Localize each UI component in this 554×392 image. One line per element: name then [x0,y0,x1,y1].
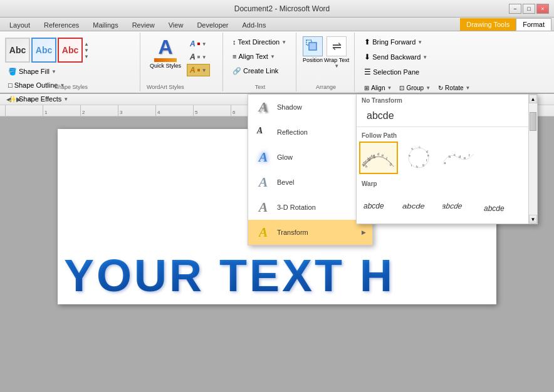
align-text-button[interactable]: ≡ Align Text ▼ [229,49,291,63]
svg-text:abcde: abcde [363,202,384,210]
wrap-text-label: Wrap Text [324,57,349,63]
text-fill-icon: A [190,39,196,48]
3d-rotation-label: 3-D Rotation [277,204,316,211]
svg-text:abcde: abcde [442,202,463,210]
rotation-menu-icon: A [259,199,268,215]
svg-text:h: h [416,165,418,168]
position-button[interactable]: Position [303,36,323,63]
rotate-button[interactable]: ↻ Rotate ▼ [435,81,473,95]
shape-fill-button[interactable]: 🪣 Shape Fill ▼ [5,64,137,78]
wrap-text-button[interactable]: ⇌ Wrap Text ▼ [324,36,349,69]
shape-style-1[interactable]: Abc [5,38,30,63]
send-backward-icon: ⬇ [364,53,370,61]
menu-transform[interactable]: A Transform ▶ [248,220,372,245]
position-wrap-group: Position ⇌ Wrap Text ▼ Arrange [298,33,355,91]
quick-styles-button[interactable]: A Quick Styles [147,35,184,71]
tab-view[interactable]: View [162,18,191,31]
arrange-group: ⬆ Bring Forward ▼ ⬇ Send Backward ▼ ☰ Se… [356,33,478,91]
menu-3d-rotation[interactable]: A 3-D Rotation ▶ [248,195,372,220]
shadow-menu-icon: A [259,99,268,115]
shape-effects-button[interactable]: ✨ Shape Effects ▼ [5,92,137,106]
glow-label: Glow [277,153,293,161]
svg-rect-1 [309,43,316,50]
text-fill-button[interactable]: A ▼ [187,38,210,50]
warp-item-4[interactable]: abcde [479,190,518,222]
effects-icon: ✨ [8,95,17,103]
align-shapes-icon: ⊞ [364,85,369,91]
shape-scroll-arrows[interactable]: ▲ ▼ ▼ [84,41,89,59]
text-outline-icon: A [190,53,196,61]
drawing-tools-label: Drawing Tools [460,18,516,31]
ruler-mark-1: 1 [43,105,80,116]
follow-path-grid: abcdefg a b c d e f g [357,140,528,175]
text-group: ↕ Text Direction ▼ ≡ Align Text ▼ 🔗 Crea… [224,33,296,91]
svg-text:e: e [427,153,429,157]
svg-text:abcde: abcde [402,202,425,210]
bring-forward-button[interactable]: ⬆ Bring Forward ▼ [361,35,473,49]
shape-style-3[interactable]: Abc [58,38,83,63]
no-transform-preview: abcde [362,108,399,124]
path-arch-up[interactable]: abcdefg a b c d e f g [359,142,398,174]
bring-forward-icon: ⬆ [364,38,370,46]
warp-item-3[interactable]: abcde [439,190,478,222]
minimize-button[interactable]: − [509,4,521,14]
text-effects-icon: A [190,66,196,75]
group-button[interactable]: ⊡ Group ▼ [396,81,434,95]
scroll-up-button[interactable]: ▲ [529,95,537,103]
warp-label: Warp [357,178,528,188]
bevel-menu-icon: A [259,174,268,190]
warp-item-1[interactable]: abcde [359,190,398,222]
fill-icon: 🪣 [8,68,17,76]
arrange-label: Arrange [316,84,336,90]
reflection-label: Reflection [277,128,308,136]
outline-color-bar [197,56,200,58]
text-outline-button[interactable]: A ▼ [187,51,210,63]
shape-styles-label: Shape Styles [55,84,88,90]
tab-layout[interactable]: Layout [3,18,37,31]
text-dir-icon: ↕ [233,38,236,46]
svg-text:f: f [426,158,427,162]
shape-style-2[interactable]: Abc [31,38,56,63]
scroll-thumb[interactable] [530,112,536,131]
close-button[interactable]: × [536,4,549,14]
tab-format[interactable]: Format [516,18,551,31]
send-backward-button[interactable]: ⬇ Send Backward ▼ [361,50,473,64]
svg-text:d: d [459,155,461,158]
tab-references[interactable]: References [37,18,86,31]
menu-shadow[interactable]: A Shadow ▶ [248,95,372,120]
quick-styles-label: Quick Styles [150,63,181,69]
follow-path-label: Follow Path [357,130,528,140]
path-circle[interactable]: a b c d e f g h i [399,142,438,174]
tab-mailings[interactable]: Mailings [86,18,125,31]
tab-add-ins[interactable]: Add-Ins [236,18,273,31]
ruler-mark-4: 4 [155,105,193,116]
menu-glow[interactable]: A Glow ▶ [248,145,372,170]
tab-developer[interactable]: Developer [190,18,235,31]
selection-pane-button[interactable]: ☰ Selection Pane [361,65,473,79]
submenu-scrollbar: ▲ ▼ [528,95,537,224]
warp-item-2[interactable]: abcde [399,190,438,222]
position-label: Position [303,57,323,63]
text-direction-button[interactable]: ↕ Text Direction ▼ [229,35,291,49]
create-link-button[interactable]: 🔗 Create Link [229,64,291,78]
text-effects-button[interactable]: A ▼ [187,64,210,76]
fill-color-bar [197,43,200,45]
no-transform-item[interactable]: abcde [357,105,528,127]
maximize-button[interactable]: □ [523,4,535,14]
svg-text:A: A [256,131,261,135]
menu-bevel[interactable]: A Bevel ▶ [248,170,372,195]
tab-review[interactable]: Review [125,18,162,31]
transform-submenu: ▲ ▼ No Transform abcde Follow Path abcde… [356,94,538,224]
align-button[interactable]: ⊞ Align ▼ [361,81,395,95]
ruler-mark-5: 5 [193,105,231,116]
ribbon: Abc Abc Abc ▲ ▼ ▼ 🪣 Shape Fill ▼ □ Shape… [0,31,554,94]
svg-text:b: b [410,147,414,151]
link-icon: 🔗 [233,67,241,75]
menu-reflection[interactable]: A A Reflection ▶ [248,120,372,145]
wordart-styles-label: WordArt Styles [147,84,184,90]
scroll-down-button[interactable]: ▼ [529,215,537,224]
path-wave[interactable]: a b c d e f [439,142,478,174]
wrap-icon: ⇌ [332,39,342,53]
svg-text:g: g [422,163,424,167]
shape-previews: Abc Abc Abc ▲ ▼ ▼ [5,38,137,63]
